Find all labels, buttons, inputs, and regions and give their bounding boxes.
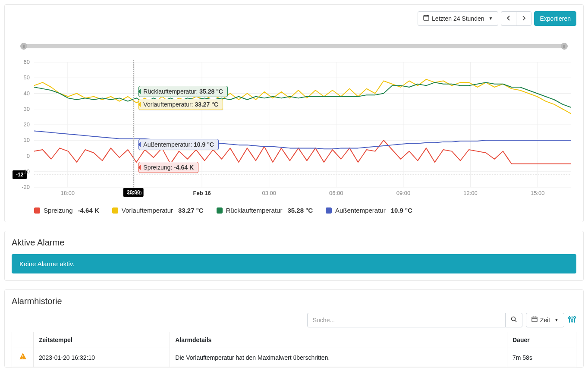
- col-icon[interactable]: [12, 332, 34, 348]
- time-filter-dropdown[interactable]: Zeit ▼: [526, 313, 564, 327]
- prev-range-button[interactable]: [501, 11, 516, 26]
- alarm-history-card: Alarmhistorie Zeit ▼: [4, 289, 584, 368]
- slider-track: [21, 44, 567, 48]
- chart-area[interactable]: -12 20:00 Rücklauftemperatur: 35.28 °CVo…: [8, 60, 580, 202]
- col-timestamp[interactable]: Zeitstempel: [34, 332, 170, 348]
- row-details: Die Vorlauftemperatur hat den Maximalwer…: [170, 348, 507, 367]
- search-button[interactable]: [506, 313, 522, 327]
- caret-down-icon: ▼: [489, 14, 493, 23]
- legend-value: 10.9 °C: [391, 207, 412, 214]
- legend-item[interactable]: Außentemperatur 10.9 °C: [326, 207, 412, 214]
- table-row[interactable]: 2023-01-20 16:32:10 Die Vorlauftemperatu…: [12, 348, 576, 367]
- timerange-dropdown[interactable]: Letzten 24 Stunden ▼: [418, 11, 498, 26]
- legend-swatch: [34, 207, 40, 214]
- x-axis-labels: 18:0021:00Feb 1603:0006:0009:0012:0015:0…: [34, 190, 571, 198]
- x-tick-label: 18:00: [61, 190, 75, 196]
- no-alarms-text: Keine Alarme aktiv.: [19, 260, 74, 267]
- x-tick-label: 15:00: [531, 190, 545, 196]
- tooltip-label: Spreizung:: [143, 164, 174, 171]
- chart-card: Letzten 24 Stunden ▼ Exportieren || ||: [4, 4, 584, 222]
- y-tick-label: 50: [8, 74, 30, 81]
- legend-swatch: [217, 207, 223, 214]
- x-tick-label: 21:00: [128, 190, 142, 196]
- search-input[interactable]: [307, 313, 506, 327]
- y-tick-label: 20: [8, 121, 30, 128]
- next-range-button[interactable]: [516, 11, 531, 26]
- legend-value: -4.64 K: [78, 207, 99, 214]
- x-tick-label: 09:00: [396, 190, 411, 196]
- history-toolbar: Zeit ▼: [12, 313, 576, 327]
- svg-rect-0: [424, 16, 429, 20]
- table-header-row: Zeitstempel Alarmdetails Dauer: [12, 332, 576, 348]
- time-range-slider[interactable]: || ||: [21, 43, 567, 49]
- tooltip-value: 35.28 °C: [199, 88, 223, 95]
- svg-rect-24: [532, 317, 537, 322]
- tooltip-value: 10.9 °C: [194, 141, 214, 148]
- tooltip-value: 33.27 °C: [195, 101, 218, 108]
- chevron-right-icon: [522, 14, 526, 23]
- alarm-history-title: Alarmhistorie: [12, 296, 576, 306]
- svg-line-23: [515, 321, 516, 322]
- alarm-history-table: Zeitstempel Alarmdetails Dauer 2023-01-2…: [12, 332, 576, 367]
- legend-item[interactable]: Rücklauftemperatur 35.28 °C: [217, 207, 313, 214]
- slider-handle-right[interactable]: ||: [561, 43, 568, 50]
- legend-swatch: [326, 207, 332, 214]
- row-timestamp: 2023-01-20 16:32:10: [34, 348, 170, 367]
- search-group: [307, 313, 522, 327]
- time-filter-label: Zeit: [540, 316, 550, 324]
- legend-label: Rücklauftemperatur: [226, 207, 283, 214]
- y-tick-label: 0: [8, 153, 30, 159]
- search-icon: [511, 316, 517, 324]
- row-duration: 7m 58s: [507, 348, 576, 367]
- export-label: Exportieren: [540, 14, 571, 23]
- svg-rect-35: [22, 358, 23, 359]
- legend-label: Vorlauftemperatur: [122, 207, 173, 214]
- x-tick-label: Feb 16: [193, 190, 211, 196]
- legend-label: Spreizung: [44, 207, 73, 214]
- active-alarms-title: Aktive Alarme: [12, 238, 576, 248]
- timerange-label: Letzten 24 Stunden: [432, 14, 484, 23]
- legend-item[interactable]: Spreizung -4.64 K: [34, 207, 99, 214]
- chart-tooltip: Spreizung: -4.64 K: [138, 162, 198, 173]
- slider-handle-left[interactable]: ||: [20, 43, 27, 50]
- tooltip-label: Außentemperatur:: [143, 141, 194, 148]
- tooltip-label: Vorlauftemperatur:: [143, 101, 195, 108]
- tooltip-label: Rücklauftemperatur:: [143, 88, 199, 95]
- svg-rect-34: [22, 355, 23, 357]
- chart-tooltip: Rücklauftemperatur: 35.28 °C: [138, 86, 228, 97]
- y-tick-label: 30: [8, 106, 30, 112]
- y-tick-label: 10: [8, 137, 30, 143]
- caret-down-icon: ▼: [554, 316, 559, 324]
- x-tick-label: 06:00: [329, 190, 343, 196]
- svg-point-22: [511, 317, 515, 321]
- y-tick-label: -20: [8, 184, 30, 190]
- chevron-left-icon: [506, 14, 511, 23]
- chart-tooltip: Außentemperatur: 10.9 °C: [138, 139, 219, 150]
- legend-item[interactable]: Vorlauftemperatur 33.27 °C: [112, 207, 204, 214]
- y-tick-label: 60: [8, 59, 30, 65]
- svg-point-33: [574, 317, 575, 318]
- legend-swatch: [112, 207, 118, 214]
- chart-tooltip: Vorlauftemperatur: 33.27 °C: [138, 99, 223, 110]
- no-active-alarms-banner: Keine Alarme aktiv.: [12, 254, 576, 273]
- svg-point-31: [571, 320, 573, 321]
- legend-value: 33.27 °C: [178, 207, 204, 214]
- svg-point-29: [569, 317, 570, 319]
- warning-icon: [19, 353, 27, 362]
- x-tick-label: 12:00: [463, 190, 478, 196]
- calendar-icon: [531, 316, 538, 324]
- col-details[interactable]: Alarmdetails: [170, 332, 507, 348]
- active-alarms-card: Aktive Alarme Keine Alarme aktiv.: [4, 231, 584, 281]
- legend-label: Außentemperatur: [335, 207, 386, 214]
- column-settings-icon[interactable]: [568, 315, 576, 326]
- col-duration[interactable]: Dauer: [507, 332, 576, 348]
- y-tick-label: 40: [8, 90, 30, 97]
- legend-value: 35.28 °C: [287, 207, 313, 214]
- export-button[interactable]: Exportieren: [534, 11, 576, 26]
- calendar-icon: [423, 14, 429, 23]
- chart-legend: Spreizung -4.64 K Vorlauftemperatur 33.2…: [8, 202, 580, 218]
- x-tick-label: 03:00: [262, 190, 276, 196]
- row-icon-cell: [12, 348, 34, 367]
- timerange-nav: [501, 11, 531, 26]
- chart-toolbar: Letzten 24 Stunden ▼ Exportieren: [8, 11, 580, 26]
